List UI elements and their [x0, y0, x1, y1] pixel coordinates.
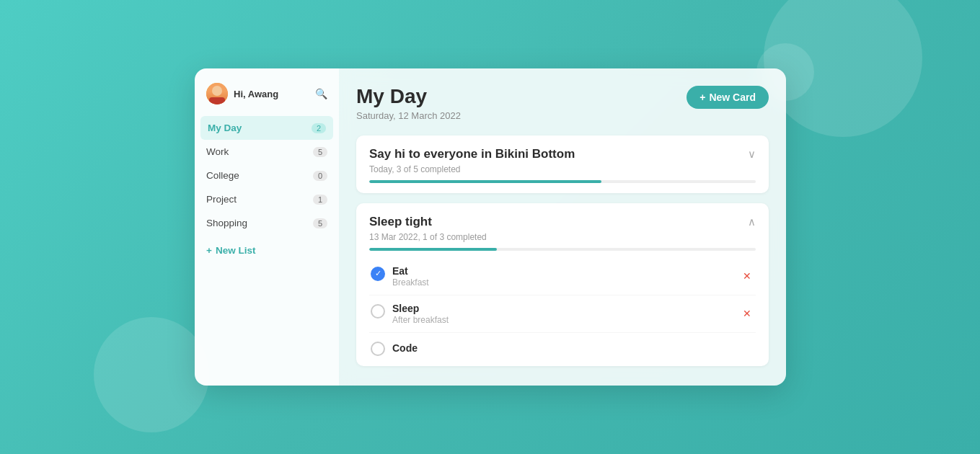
card-2-title: Sleep tight — [369, 215, 432, 229]
plus-icon: + — [206, 245, 212, 256]
avatar — [206, 83, 228, 104]
sidebar-item-work[interactable]: Work 5 — [195, 140, 339, 164]
new-card-button[interactable]: + New Card — [687, 86, 769, 109]
nav-badge-shopping: 5 — [313, 218, 327, 228]
delete-task-sleep[interactable]: ✕ — [740, 306, 754, 321]
task-name-code: Code — [392, 342, 418, 354]
nav-badge-project: 1 — [313, 195, 327, 205]
bg-circle-2 — [94, 317, 209, 432]
task-checkbox-code[interactable] — [371, 342, 385, 356]
sidebar-item-college[interactable]: College 0 — [195, 164, 339, 187]
sidebar-item-shopping[interactable]: Shopping 5 — [195, 211, 339, 235]
search-icon[interactable]: 🔍 — [315, 88, 327, 99]
nav-item-label: Project — [206, 194, 237, 205]
nav-item-label: Shopping — [206, 218, 247, 228]
page-subtitle: Saturday, 12 March 2022 — [356, 110, 461, 121]
card-2-meta: 13 Mar 2022, 1 of 3 completed — [369, 232, 756, 242]
user-greeting: Hi, Awang — [234, 89, 278, 99]
card-2-progress-fill — [369, 248, 497, 251]
task-left-eat: ✓ Eat Breakfast — [371, 265, 740, 288]
sidebar-item-my-day[interactable]: My Day 2 — [200, 116, 333, 140]
card-1-header: Say hi to everyone in Bikini Bottom ∨ — [369, 147, 756, 161]
main-header: My Day Saturday, 12 March 2022 + New Car… — [356, 86, 769, 121]
task-checkbox-eat[interactable]: ✓ — [371, 267, 385, 281]
sidebar-header: Hi, Awang 🔍 — [195, 80, 339, 116]
sidebar: Hi, Awang 🔍 My Day 2 Work 5 College 0 Pr… — [195, 68, 339, 386]
nav-badge-work: 5 — [313, 147, 327, 157]
new-list-label: New List — [216, 245, 256, 256]
task-name-sleep: Sleep — [392, 303, 449, 314]
delete-task-eat[interactable]: ✕ — [740, 269, 754, 283]
task-list-card-2: ✓ Eat Breakfast ✕ Sleep — [369, 258, 756, 356]
card-2: Sleep tight ∧ 13 Mar 2022, 1 of 3 comple… — [356, 203, 769, 366]
new-card-label: New Card — [709, 92, 756, 103]
task-text-sleep: Sleep After breakfast — [392, 303, 449, 325]
card-2-progress-bg — [369, 248, 756, 251]
task-left-sleep: Sleep After breakfast — [371, 303, 740, 325]
task-sub-sleep: After breakfast — [392, 315, 449, 325]
card-1-progress-fill — [369, 180, 601, 183]
plus-icon: + — [699, 92, 705, 103]
nav-item-label: Work — [206, 146, 229, 157]
card-1-progress-bg — [369, 180, 756, 183]
card-1-meta: Today, 3 of 5 completed — [369, 164, 756, 174]
chevron-down-icon[interactable]: ∨ — [748, 148, 756, 161]
task-item-eat: ✓ Eat Breakfast ✕ — [369, 258, 756, 295]
nav-item-label: My Day — [208, 123, 242, 133]
task-item-sleep: Sleep After breakfast ✕ — [369, 295, 756, 333]
check-icon: ✓ — [375, 269, 381, 278]
chevron-up-icon[interactable]: ∧ — [748, 215, 756, 228]
nav-badge-my-day: 2 — [312, 123, 326, 133]
nav-item-label: College — [206, 170, 239, 181]
nav-badge-college: 0 — [313, 171, 327, 181]
page-title: My Day — [356, 86, 461, 108]
task-name-eat: Eat — [392, 265, 429, 277]
task-sub-eat: Breakfast — [392, 277, 429, 288]
sidebar-user: Hi, Awang — [206, 83, 278, 104]
main-content: My Day Saturday, 12 March 2022 + New Car… — [339, 68, 786, 386]
card-2-header: Sleep tight ∧ — [369, 215, 756, 229]
card-1-title: Say hi to everyone in Bikini Bottom — [369, 147, 575, 161]
task-item-code: Code — [369, 333, 756, 356]
card-1: Say hi to everyone in Bikini Bottom ∨ To… — [356, 135, 769, 193]
nav-list: My Day 2 Work 5 College 0 Project 1 Shop… — [195, 116, 339, 235]
title-group: My Day Saturday, 12 March 2022 — [356, 86, 461, 121]
sidebar-item-project[interactable]: Project 1 — [195, 187, 339, 211]
new-list-button[interactable]: + New List — [195, 238, 339, 263]
app-container: Hi, Awang 🔍 My Day 2 Work 5 College 0 Pr… — [195, 68, 786, 386]
task-text-eat: Eat Breakfast — [392, 265, 429, 288]
task-text-code: Code — [392, 342, 418, 354]
task-checkbox-sleep[interactable] — [371, 304, 385, 319]
